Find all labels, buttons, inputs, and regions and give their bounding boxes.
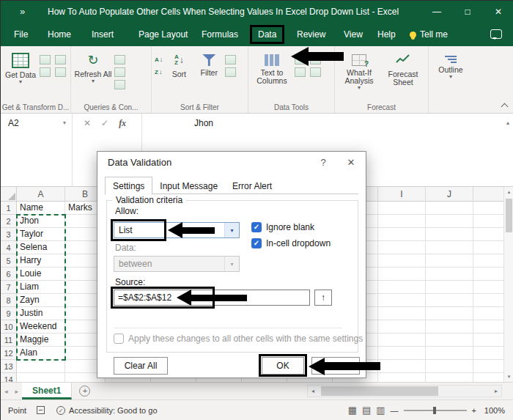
menu-tab-view[interactable]: View: [344, 23, 363, 46]
vertical-scroll-thumb[interactable]: [506, 199, 512, 232]
cell-A10[interactable]: Weekend: [17, 320, 65, 334]
cell-A13[interactable]: [17, 360, 65, 373]
select-all-corner[interactable]: [1, 187, 17, 202]
menu-tab-home[interactable]: Home: [48, 23, 71, 46]
row-header-1[interactable]: 1: [1, 202, 17, 215]
horizontal-scroll-thumb[interactable]: [321, 386, 438, 396]
cancel-button[interactable]: Cancel: [311, 357, 360, 375]
cell-J4[interactable]: [426, 241, 473, 254]
cell-I12[interactable]: [378, 347, 426, 360]
cell-J12[interactable]: [426, 347, 473, 360]
data-dropdown[interactable]: between ▾: [114, 256, 240, 272]
row-header-11[interactable]: 11: [1, 334, 17, 347]
zoom-out-button[interactable]: —: [391, 406, 399, 415]
ribbon-small-icon[interactable]: [295, 55, 306, 65]
cell-I9[interactable]: [378, 307, 426, 320]
cell-A6[interactable]: Louie: [17, 268, 65, 281]
sheet-tab-sheet1[interactable]: Sheet1: [22, 383, 72, 399]
what-if-analysis-button[interactable]: ? What-If Analysis ▾: [338, 51, 380, 91]
collapse-formula-bar-icon[interactable]: ▴: [506, 119, 509, 126]
cell-A14[interactable]: [17, 373, 65, 382]
minimize-button[interactable]: —: [421, 1, 452, 23]
column-header-A[interactable]: A: [17, 187, 65, 202]
cell-A2[interactable]: Jhon: [17, 215, 65, 228]
cell-J14[interactable]: [426, 373, 473, 382]
forecast-sheet-button[interactable]: Forecast Sheet: [383, 51, 424, 86]
allow-dropdown[interactable]: List ▾: [114, 222, 240, 238]
row-header-8[interactable]: 8: [1, 294, 17, 307]
get-data-button[interactable]: Get Data ▾: [4, 51, 37, 85]
row-header-6[interactable]: 6: [1, 268, 17, 281]
ribbon-small-icon[interactable]: [295, 67, 306, 77]
cell-A3[interactable]: Taylor: [17, 228, 65, 241]
formula-input[interactable]: Jhon: [143, 114, 499, 133]
cell-J8[interactable]: [426, 294, 473, 307]
cell-I10[interactable]: [378, 320, 426, 334]
macro-record-icon[interactable]: [37, 406, 45, 414]
refresh-all-button[interactable]: ↻ Refresh All ▾: [74, 51, 112, 84]
collapse-range-button[interactable]: ↑: [314, 290, 332, 306]
dialog-close-button[interactable]: ✕: [336, 152, 366, 174]
cell-I2[interactable]: [378, 215, 426, 228]
collapse-ribbon-icon[interactable]: [502, 103, 508, 108]
menu-tab-file[interactable]: File: [14, 23, 28, 46]
add-sheet-button[interactable]: +: [79, 386, 90, 397]
normal-view-icon[interactable]: ▦: [348, 405, 357, 416]
menu-tab-insert[interactable]: Insert: [92, 23, 114, 46]
cell-I1[interactable]: [378, 202, 426, 215]
row-header-13[interactable]: 13: [1, 360, 17, 373]
row-header-3[interactable]: 3: [1, 228, 17, 241]
cell-A7[interactable]: Liam: [17, 281, 65, 294]
cell-I6[interactable]: [378, 268, 426, 281]
ribbon-small-icon[interactable]: [40, 55, 51, 65]
ribbon-small-icon[interactable]: [225, 55, 236, 65]
zoom-level[interactable]: 100%: [481, 406, 505, 415]
cell-A9[interactable]: Justin: [17, 307, 65, 320]
menu-tab-help[interactable]: Help: [377, 23, 396, 46]
cell-A1[interactable]: Name: [17, 202, 65, 215]
tell-me[interactable]: Tell me: [410, 23, 448, 46]
sort-za-icon[interactable]: Z↓: [155, 67, 163, 77]
name-box[interactable]: A2 ▾: [1, 114, 73, 186]
menu-tab-formulas[interactable]: Formulas: [202, 23, 238, 46]
menu-tab-page-layout[interactable]: Page Layout: [139, 23, 188, 46]
pin-icon[interactable]: »: [20, 1, 25, 23]
in-cell-dropdown-checkbox[interactable]: ✓ In-cell dropdown: [251, 238, 331, 248]
cell-I5[interactable]: [378, 254, 426, 268]
ignore-blank-checkbox[interactable]: ✓ Ignore blank: [251, 222, 314, 232]
ribbon-small-icon[interactable]: [55, 67, 66, 77]
sheet-nav-right-icon[interactable]: ▸: [12, 388, 23, 395]
vertical-scrollbar[interactable]: ▴ ▾: [503, 187, 513, 382]
cell-J1[interactable]: [426, 202, 473, 215]
chevron-down-icon[interactable]: ▾: [63, 114, 66, 133]
row-header-7[interactable]: 7: [1, 281, 17, 294]
row-header-4[interactable]: 4: [1, 241, 17, 254]
scroll-right-icon[interactable]: ▸: [491, 388, 501, 394]
close-button[interactable]: ✕: [483, 1, 513, 23]
row-header-9[interactable]: 9: [1, 307, 17, 320]
clear-all-button[interactable]: Clear All: [114, 357, 168, 375]
column-header-I[interactable]: I: [378, 187, 426, 202]
cell-A5[interactable]: Harry: [17, 254, 65, 268]
ribbon-small-icon[interactable]: [114, 67, 125, 77]
ribbon-small-icon[interactable]: [114, 80, 125, 89]
cell-I3[interactable]: [378, 228, 426, 241]
row-header-14[interactable]: 14: [1, 373, 17, 382]
ribbon-small-icon[interactable]: [40, 67, 51, 77]
ribbon-small-icon[interactable]: [310, 67, 321, 77]
source-input[interactable]: =$A$2:$A$12: [114, 290, 310, 306]
cell-I4[interactable]: [378, 241, 426, 254]
menu-tab-data[interactable]: Data: [250, 25, 284, 44]
ribbon-small-icon[interactable]: [55, 55, 66, 65]
zoom-slider[interactable]: [404, 410, 467, 411]
cell-I14[interactable]: [378, 373, 426, 382]
cell-J11[interactable]: [426, 334, 473, 347]
accessibility-status[interactable]: Accessibility: Good to go: [69, 406, 157, 415]
cell-A11[interactable]: Maggie: [17, 334, 65, 347]
cell-J13[interactable]: [426, 360, 473, 373]
row-header-2[interactable]: 2: [1, 215, 17, 228]
formula-cancel-icon[interactable]: ✕: [84, 114, 91, 186]
sheet-nav-left-icon[interactable]: ◂: [1, 388, 12, 395]
text-to-columns-button[interactable]: Text to Columns: [251, 51, 292, 85]
dialog-tab-error-alert[interactable]: Error Alert: [225, 178, 279, 194]
